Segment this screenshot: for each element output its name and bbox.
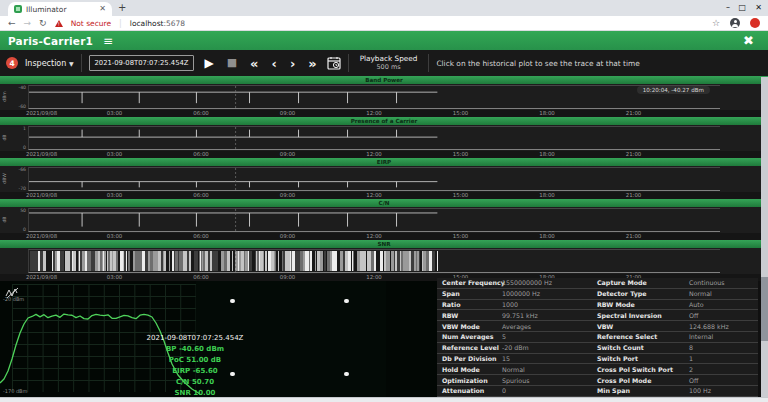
x-tick-label: 06:00 <box>193 274 209 280</box>
x-tick-label: 18:00 <box>539 110 555 116</box>
table-row: Reference Level-20 dBmSwitch Count8 <box>437 343 758 354</box>
bookmark-star-icon[interactable]: ☆ <box>712 18 720 28</box>
setting-value: Off <box>689 312 758 319</box>
play-button[interactable]: ▶ <box>201 57 216 69</box>
mode-dropdown[interactable]: Inspection ▼ <box>25 59 74 68</box>
new-tab-button[interactable]: + <box>118 2 126 13</box>
setting-value: Normal <box>689 290 758 297</box>
setting-label: Optimization <box>442 377 502 384</box>
y-tick: 0 <box>8 227 26 232</box>
bottom-section: -20 dBm -170 dBm 2021-09-08T07:07:25.454… <box>0 281 768 397</box>
close-panel-icon[interactable]: ✖ <box>743 33 754 48</box>
measurement-readouts: 2021-09-08T07:07:25.454Z BP -40.60 dBm P… <box>110 333 280 399</box>
setting-value: Auto <box>689 301 758 308</box>
url-port: :5678 <box>163 19 185 28</box>
step-forward-button[interactable]: › <box>287 56 298 71</box>
plot-canvas[interactable] <box>28 167 720 191</box>
setting-value: 1550000000 Hz <box>502 279 597 286</box>
x-tick-label: 03:00 <box>107 151 123 157</box>
history-plot-band-power[interactable]: Band Power dBm -40 -60 10:20:04, -40.27 … <box>0 76 768 117</box>
playback-speed-control[interactable]: Playback Speed 500 ms <box>356 55 422 71</box>
y-axis-unit: dB <box>2 130 7 146</box>
playback-speed-label: Playback Speed <box>360 55 418 63</box>
setting-value: Averages <box>502 323 597 330</box>
plot-title: Band Power <box>0 76 768 84</box>
x-tick-label: 03:00 <box>107 110 123 116</box>
scrollbar-thumb[interactable] <box>761 277 768 341</box>
setting-value: Continuous <box>689 279 758 286</box>
setting-label: VBW <box>597 323 689 330</box>
setting-value: Spurious <box>502 377 597 384</box>
window-minimize-icon[interactable]: – <box>726 3 730 12</box>
y-tick: -60 <box>8 104 26 109</box>
x-axis: 2021/09/0803:0006:0009:0012:0015:0018:00… <box>0 110 768 117</box>
app-header: Paris-Carrier1 ≡ ✖ <box>0 31 768 50</box>
vertical-scrollbar[interactable] <box>761 77 768 397</box>
y-tick: 50 <box>8 208 26 213</box>
x-axis: 2021/09/0803:0006:0009:0012:0015:0018:00… <box>0 192 768 199</box>
history-plot-snr-waterfall[interactable]: SNR 2021/09/0803:0006:0009:0012:0015:001… <box>0 240 768 281</box>
profile-icon[interactable] <box>730 18 740 28</box>
setting-label: VBW Mode <box>442 323 502 330</box>
setting-label: Hold Mode <box>442 366 502 373</box>
window-bottom-edge <box>0 397 768 402</box>
setting-value: Normal <box>502 366 597 373</box>
table-row: RBW99.751 kHzSpectral InversionOff <box>437 310 758 321</box>
y-axis-unit: dBW <box>2 171 7 187</box>
timestamp-field[interactable]: 2021-09-08T07:07:25.454Z <box>89 55 195 71</box>
step-back-button[interactable]: ‹ <box>269 56 280 71</box>
browser-update-icon[interactable] <box>750 18 760 28</box>
x-tick-label: 2021/09/08 <box>26 110 57 116</box>
readout-eirp: EIRP -65.60 <box>110 366 280 377</box>
table-row: Num Averages5Reference SelectInternal <box>437 332 758 343</box>
stop-button[interactable]: ■ <box>224 57 240 69</box>
setting-label: Capture Mode <box>597 279 689 286</box>
setting-label: Detector Type <box>597 290 689 297</box>
history-plot-c-n[interactable]: C/N dB 50 0 2021/09/0803:0006:0009:0012:… <box>0 199 768 240</box>
x-tick-label: 18:00 <box>539 192 555 198</box>
setting-label: Reference Level <box>442 344 502 351</box>
tab-close-icon[interactable]: ✕ <box>99 5 106 13</box>
window-close-icon[interactable]: ✕ <box>755 3 762 12</box>
marker-dot <box>344 372 349 376</box>
divider <box>81 54 82 72</box>
menu-icon[interactable]: ≡ <box>103 36 113 46</box>
browser-tab[interactable]: Illuminator ✕ <box>8 2 112 16</box>
table-row: Ratio1000RBW ModeAuto <box>437 300 758 311</box>
table-row: Attenuation0Min Span100 Hz <box>437 386 758 397</box>
plot-canvas[interactable] <box>28 208 720 232</box>
setting-value: 0 <box>502 387 597 394</box>
x-tick-label: 21:00 <box>626 192 642 198</box>
y-axis-unit: dBm <box>2 89 7 105</box>
plot-title: Presence of a Carrier <box>0 117 768 125</box>
setting-label: Db Per Division <box>442 355 502 362</box>
back-icon[interactable]: ← <box>8 18 16 28</box>
skip-start-button[interactable]: « <box>247 56 261 71</box>
calendar-clock-icon[interactable] <box>327 56 341 70</box>
setting-value: 99.751 kHz <box>502 312 597 319</box>
history-plot-eirp[interactable]: EIRP dBW -66 -70 2021/09/0803:0006:0009:… <box>0 158 768 199</box>
plot-canvas[interactable] <box>28 126 720 150</box>
x-tick-label: 06:00 <box>193 233 209 239</box>
plot-canvas[interactable] <box>28 249 720 273</box>
playback-toolbar: 4 Inspection ▼ 2021-09-08T07:07:25.454Z … <box>0 50 768 76</box>
x-tick-label: 12:00 <box>366 233 382 239</box>
plot-canvas[interactable] <box>28 85 720 109</box>
browser-addressbar[interactable]: ← → ↻ Not secure | localhost:5678 ☆ <box>0 16 768 31</box>
plot-title: EIRP <box>0 158 768 166</box>
readout-timestamp: 2021-09-08T07:07:25.454Z <box>110 333 280 344</box>
refresh-icon[interactable]: ↻ <box>39 18 47 28</box>
url-divider: | <box>119 19 122 28</box>
setting-label: Switch Count <box>597 344 689 351</box>
skip-end-button[interactable]: » <box>305 56 319 71</box>
history-plot-presence-of-a-carrier[interactable]: Presence of a Carrier dB 1 0 2021/09/080… <box>0 117 768 158</box>
not-secure-warning-icon[interactable] <box>55 20 63 27</box>
x-tick-label: 15:00 <box>453 192 469 198</box>
setting-label: Num Averages <box>442 333 502 340</box>
window-maximize-icon[interactable]: □ <box>738 3 746 12</box>
forward-icon[interactable]: → <box>24 18 32 28</box>
plot-title: C/N <box>0 199 768 207</box>
setting-label: Reference Select <box>597 333 689 340</box>
marker-dot <box>230 372 235 376</box>
setting-value: Internal <box>689 333 758 340</box>
